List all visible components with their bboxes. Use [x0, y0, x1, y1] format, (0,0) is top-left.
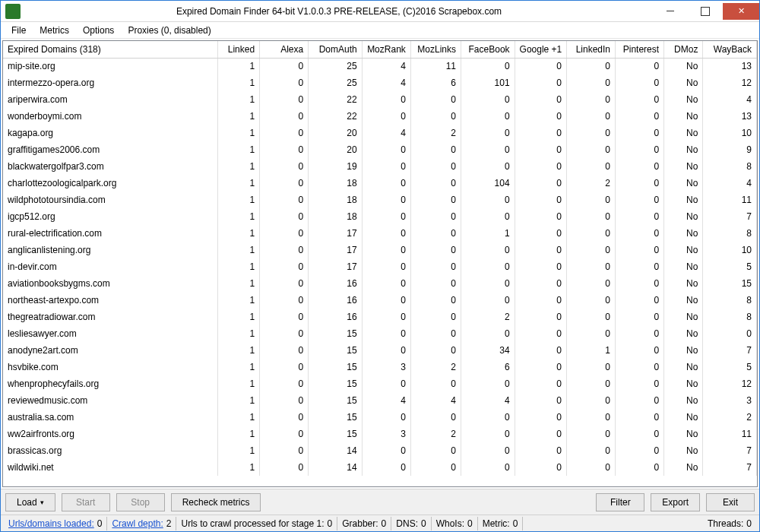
cell-domauth: 14	[309, 442, 363, 459]
col-header-pinterest[interactable]: Pinterest	[616, 41, 664, 58]
status-dns-label: DNS:	[396, 518, 418, 529]
table-row[interactable]: anodyne2art.com10150034010No7	[3, 342, 757, 359]
cell-mozlinks: 2	[410, 359, 461, 375]
col-header-facebook[interactable]: FaceBook	[461, 41, 515, 58]
table-row[interactable]: hsvbike.com1015326000No5	[3, 359, 757, 375]
cell-mozlinks: 0	[410, 158, 461, 175]
cell-wayback: 7	[703, 208, 757, 225]
menu-metrics[interactable]: Metrics	[33, 24, 75, 37]
table-row[interactable]: wildphototoursindia.com1018000000No11	[3, 192, 757, 208]
cell-linked: 1	[217, 91, 260, 108]
status-crawl-depth-label[interactable]: Crawl depth:	[112, 518, 163, 529]
filter-button[interactable]: Filter	[596, 493, 644, 511]
menu-file[interactable]: File	[5, 24, 32, 37]
menu-proxies[interactable]: Proxies (0, disabled)	[122, 24, 217, 37]
col-header-alexa[interactable]: Alexa	[260, 41, 309, 58]
cell-domain: hsvbike.com	[3, 359, 217, 375]
cell-pinterest: 0	[616, 141, 664, 158]
table-row[interactable]: reviewedmusic.com1015444000No3	[3, 392, 757, 409]
table-row[interactable]: graffitigames2006.com1020000000No9	[3, 141, 757, 158]
cell-linked: 1	[217, 325, 260, 342]
cell-linked: 1	[217, 141, 260, 158]
table-scroll[interactable]: Expired Domains (318) Linked Alexa DomAu…	[3, 41, 757, 486]
exit-button[interactable]: Exit	[706, 493, 755, 511]
cell-google: 0	[515, 292, 566, 309]
stop-button[interactable]: Stop	[116, 493, 165, 511]
table-row[interactable]: rural-electrification.com1017001000No8	[3, 225, 757, 242]
cell-mozrank: 0	[362, 459, 410, 476]
cell-domauth: 15	[309, 359, 363, 375]
col-header-google[interactable]: Google +1	[515, 41, 566, 58]
cell-mozrank: 0	[362, 342, 410, 359]
cell-domauth: 15	[309, 392, 363, 409]
cell-google: 0	[515, 258, 566, 275]
menu-options[interactable]: Options	[77, 24, 120, 37]
cell-linked: 1	[217, 342, 260, 359]
cell-linked: 1	[217, 459, 260, 476]
table-row[interactable]: anglicanlistening.org1017000000No10	[3, 242, 757, 258]
status-urls-loaded-label[interactable]: Urls/domains loaded:	[8, 518, 94, 529]
col-header-mozlinks[interactable]: MozLinks	[410, 41, 461, 58]
cell-linked: 1	[217, 309, 260, 325]
table-row[interactable]: lesliesawyer.com1015000000No0	[3, 325, 757, 342]
table-row[interactable]: ww2airfronts.org1015320000No11	[3, 426, 757, 442]
cell-dmoz: No	[664, 108, 703, 125]
cell-alexa: 0	[260, 74, 309, 91]
cell-google: 0	[515, 108, 566, 125]
col-header-wayback[interactable]: WayBack	[703, 41, 757, 58]
col-header-linked[interactable]: Linked	[217, 41, 260, 58]
table-row[interactable]: charlottezoologicalpark.org101800104020N…	[3, 175, 757, 192]
cell-linked: 1	[217, 58, 260, 74]
maximize-button[interactable]	[688, 3, 723, 20]
cell-domauth: 25	[309, 74, 363, 91]
cell-linkedin: 0	[566, 409, 615, 426]
table-row[interactable]: intermezzo-opera.org102546101000No12	[3, 74, 757, 91]
minimize-button[interactable]	[653, 3, 688, 20]
table-row[interactable]: igcp512.org1018000000No7	[3, 208, 757, 225]
cell-domauth: 17	[309, 258, 363, 275]
col-header-domain[interactable]: Expired Domains (318)	[3, 41, 217, 58]
cell-mozlinks: 0	[410, 91, 461, 108]
table-row[interactable]: thegreatradiowar.com1016002000No8	[3, 309, 757, 325]
start-button[interactable]: Start	[62, 493, 110, 511]
col-header-domauth[interactable]: DomAuth	[309, 41, 363, 58]
cell-linkedin: 0	[566, 459, 615, 476]
table-row[interactable]: brassicas.org1014000000No7	[3, 442, 757, 459]
recheck-metrics-button[interactable]: Recheck metrics	[171, 493, 261, 511]
col-header-linkedin[interactable]: LinkedIn	[566, 41, 615, 58]
cell-domauth: 14	[309, 459, 363, 476]
cell-pinterest: 0	[616, 375, 664, 392]
load-button[interactable]: Load	[5, 493, 55, 511]
table-row[interactable]: blackwatergolfpar3.com1019000000No8	[3, 158, 757, 175]
close-button[interactable]	[723, 3, 759, 20]
cell-linked: 1	[217, 275, 260, 292]
cell-pinterest: 0	[616, 258, 664, 275]
cell-mozrank: 0	[362, 141, 410, 158]
cell-linked: 1	[217, 208, 260, 225]
table-row[interactable]: kagapa.org1020420000No10	[3, 125, 757, 141]
table-row[interactable]: wildwiki.net1014000000No7	[3, 459, 757, 476]
export-button[interactable]: Export	[651, 493, 700, 511]
table-row[interactable]: northeast-artexpo.com1016000000No8	[3, 292, 757, 309]
cell-facebook: 0	[461, 192, 515, 208]
cell-facebook: 1	[461, 225, 515, 242]
cell-domain: mip-site.org	[3, 58, 217, 74]
col-header-dmoz[interactable]: DMoz	[664, 41, 703, 58]
col-header-mozrank[interactable]: MozRank	[362, 41, 410, 58]
table-row[interactable]: ariperwira.com1022000000No4	[3, 91, 757, 108]
table-row[interactable]: aviationbooksbygms.com1016000000No15	[3, 275, 757, 292]
table-row[interactable]: whenprophecyfails.org1015000000No12	[3, 375, 757, 392]
table-row[interactable]: in-devir.com1017000000No5	[3, 258, 757, 275]
table-row[interactable]: wonderboymi.com1022000000No13	[3, 108, 757, 125]
table-row[interactable]: mip-site.org10254110000No13	[3, 58, 757, 74]
cell-linkedin: 0	[566, 108, 615, 125]
cell-wayback: 8	[703, 225, 757, 242]
cell-wayback: 2	[703, 409, 757, 426]
cell-domauth: 25	[309, 58, 363, 74]
table-row[interactable]: australia.sa.com1015000000No2	[3, 409, 757, 426]
app-icon	[5, 4, 21, 19]
titlebar[interactable]: Expired Domain Finder 64-bit V1.0.0.3 PR…	[1, 1, 759, 22]
cell-mozrank: 0	[362, 242, 410, 258]
cell-dmoz: No	[664, 459, 703, 476]
statusbar: Urls/domains loaded: 0 Crawl depth: 2 Ur…	[1, 515, 759, 531]
